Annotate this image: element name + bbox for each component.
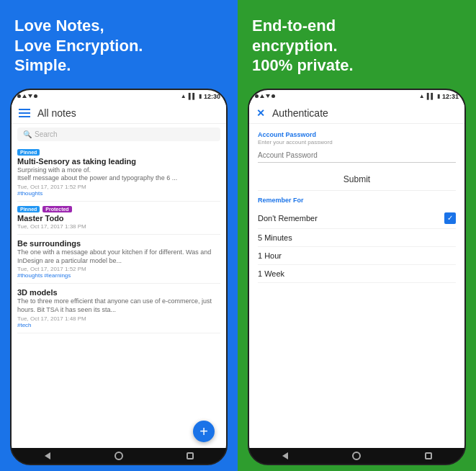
protected-badge: Protected <box>42 206 71 212</box>
status-time-right: 12:31 <box>442 93 459 100</box>
remember-option-1hour[interactable]: 1 Hour <box>258 247 456 265</box>
account-password-hint: Enter your account password <box>258 139 456 145</box>
status-left-icons <box>17 94 37 98</box>
auth-screen-title: Authenticate <box>272 107 328 119</box>
remember-option-label: 5 Minutes <box>258 233 292 242</box>
right-status-right: ▲ ▌▌ ▮ 12:31 <box>419 93 459 100</box>
signal-bars-icon: ▌▌ <box>189 93 197 99</box>
remember-option-dont[interactable]: Don't Remember ✓ <box>258 208 456 229</box>
list-item[interactable]: Pinned Protected Master Todo Tue, Oct 17… <box>17 202 220 235</box>
nav-home-button[interactable] <box>351 451 362 461</box>
battery-level-icon: ▮ <box>437 93 440 99</box>
notes-screen-title: All notes <box>37 107 219 119</box>
nav-back-button[interactable] <box>280 451 290 461</box>
left-phone-nav-bar <box>12 448 226 464</box>
right-status-left <box>255 94 275 98</box>
home-icon <box>114 452 123 460</box>
right-notification-icons <box>255 94 275 98</box>
checkbox-checked-icon: ✓ <box>444 212 456 224</box>
note-meta: Tue, Oct 17, 2017 1:52 PM <box>17 266 220 272</box>
download-icon <box>266 94 270 98</box>
left-phone-screen: All notes 🔍 Search Pinned Multi-Sensory … <box>12 103 226 449</box>
note-meta: Tue, Oct 17, 2017 1:48 PM <box>17 315 220 322</box>
download-icon <box>28 94 32 98</box>
left-headline: Love Notes,Love Encryption.Simple. <box>14 16 223 76</box>
nav-home-button[interactable] <box>114 451 124 461</box>
hamburger-menu-icon[interactable] <box>19 109 30 117</box>
note-preview: The one with a message about your kitche… <box>17 248 220 265</box>
nav-recents-button[interactable] <box>185 451 195 461</box>
right-phone: ▲ ▌▌ ▮ 12:31 ✕ Authenticate Account Pass… <box>248 89 466 466</box>
remember-option-label: 1 Hour <box>258 251 282 260</box>
remember-option-label: Don't Remember <box>258 214 318 223</box>
account-password-input[interactable] <box>258 148 456 163</box>
note-preview: The to three more efficient that anyone … <box>17 297 220 314</box>
wifi-icon: ▲ <box>181 93 187 99</box>
left-panel: Love Notes,Love Encryption.Simple. ▲ ▌▌ … <box>0 0 238 471</box>
notification-dot-icon <box>255 94 259 98</box>
list-item[interactable]: Be surroundings The one with a message a… <box>17 235 220 284</box>
account-password-label: Account Password <box>258 131 456 138</box>
nav-back-button[interactable] <box>42 451 53 461</box>
search-icon: 🔍 <box>23 130 32 138</box>
note-title: Master Todo <box>17 214 220 223</box>
battery-level-icon: ▮ <box>199 93 202 99</box>
wifi-icon: ▲ <box>419 93 425 99</box>
notification-dot-icon <box>17 94 21 98</box>
note-title: 3D models <box>17 288 220 297</box>
note-preview: Surprising with a more of.Itself message… <box>17 166 220 183</box>
remember-option-5min[interactable]: 5 Minutes <box>258 229 456 247</box>
note-badges: Pinned <box>17 149 220 156</box>
right-panel: End-to-endencryption.100% private. ▲ ▌▌ … <box>238 0 476 471</box>
auth-toolbar: ✕ Authenticate <box>249 103 464 124</box>
search-bar[interactable]: 🔍 Search <box>17 127 220 141</box>
note-badges: Pinned Protected <box>17 206 220 212</box>
note-meta: Tue, Oct 17, 2017 1:38 PM <box>17 223 220 230</box>
right-phone-screen: ✕ Authenticate Account Password Enter yo… <box>249 103 464 449</box>
status-time-left: 12:30 <box>204 93 220 100</box>
status-right-icons: ▲ ▌▌ ▮ 12:30 <box>181 93 220 100</box>
checkmark-icon: ✓ <box>447 214 453 222</box>
sync-icon <box>271 94 275 98</box>
back-icon <box>45 452 50 459</box>
recents-icon <box>187 452 194 459</box>
right-headline: End-to-endencryption.100% private. <box>252 16 462 76</box>
notes-list: Pinned Multi-Sensory as taking leading S… <box>12 145 226 449</box>
remember-for-label: Remember For <box>258 197 456 204</box>
add-note-fab-button[interactable]: + <box>193 421 215 442</box>
search-placeholder-text: Search <box>35 130 58 138</box>
note-tags: #thoughts #learnings <box>17 272 220 279</box>
note-title: Be surroundings <box>17 239 220 248</box>
left-header: Love Notes,Love Encryption.Simple. <box>0 0 238 89</box>
upload-icon <box>260 94 264 98</box>
remember-option-1week[interactable]: 1 Week <box>258 265 456 283</box>
auth-content: Account Password Enter your account pass… <box>249 124 464 449</box>
pinned-badge: Pinned <box>17 149 40 156</box>
status-notification-icons <box>17 94 37 98</box>
upload-icon <box>22 94 27 98</box>
submit-button[interactable]: Submit <box>258 169 456 191</box>
right-header: End-to-endencryption.100% private. <box>238 0 476 89</box>
sync-icon <box>34 94 37 98</box>
signal-bars-icon: ▌▌ <box>427 93 435 99</box>
list-item[interactable]: 3D models The to three more efficient th… <box>17 284 220 333</box>
note-tags: #thoughts <box>17 190 220 197</box>
note-meta: Tue, Oct 17, 2017 1:52 PM <box>17 184 220 190</box>
notes-toolbar: All notes <box>12 103 226 124</box>
close-button[interactable]: ✕ <box>256 107 265 119</box>
left-phone: ▲ ▌▌ ▮ 12:30 All notes 🔍 Search <box>10 89 228 466</box>
right-phone-nav-bar <box>249 448 464 464</box>
nav-recents-button[interactable] <box>423 451 434 461</box>
note-tags: #tech <box>17 322 220 328</box>
pinned-badge: Pinned <box>17 206 40 212</box>
left-status-bar: ▲ ▌▌ ▮ 12:30 <box>12 90 226 103</box>
note-title: Multi-Sensory as taking leading <box>17 157 220 166</box>
back-icon <box>282 452 288 459</box>
remember-option-label: 1 Week <box>258 269 284 278</box>
right-status-bar: ▲ ▌▌ ▮ 12:31 <box>249 90 464 103</box>
list-item[interactable]: Pinned Multi-Sensory as taking leading S… <box>17 145 220 202</box>
home-icon <box>352 452 361 460</box>
recents-icon <box>425 452 432 459</box>
